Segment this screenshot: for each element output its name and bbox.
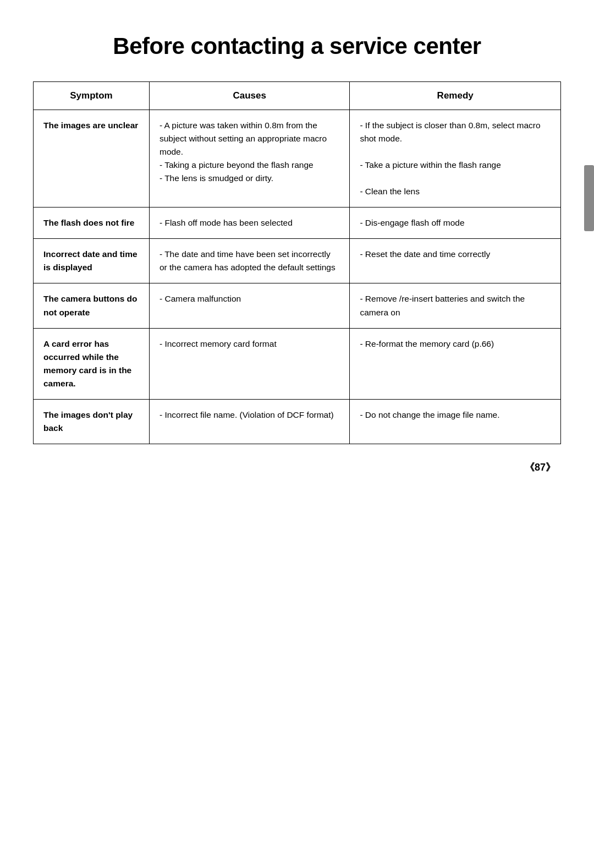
cell-remedy: - Remove /re-insert batteries and switch… xyxy=(350,283,561,328)
page-title: Before contacting a service center xyxy=(33,33,561,59)
cell-symptom: Incorrect date and time is displayed xyxy=(34,239,150,283)
page-number: 《87》 xyxy=(33,461,561,474)
cell-remedy: - If the subject is closer than 0.8m, se… xyxy=(350,110,561,208)
cell-causes: - Incorrect memory card format xyxy=(149,328,349,399)
table-row: The images don't play back- Incorrect fi… xyxy=(34,399,561,444)
table-row: Incorrect date and time is displayed- Th… xyxy=(34,239,561,283)
table-row: The images are unclear- A picture was ta… xyxy=(34,110,561,208)
cell-symptom: The camera buttons do not operate xyxy=(34,283,150,328)
cell-remedy: - Do not change the image file name. xyxy=(350,399,561,444)
cell-symptom: The flash does not fire xyxy=(34,208,150,239)
header-remedy: Remedy xyxy=(350,82,561,110)
table-row: The camera buttons do not operate- Camer… xyxy=(34,283,561,328)
cell-symptom: The images are unclear xyxy=(34,110,150,208)
table-header-row: Symptom Causes Remedy xyxy=(34,82,561,110)
table-row: The flash does not fire- Flash off mode … xyxy=(34,208,561,239)
cell-symptom: A card error has occurred while the memo… xyxy=(34,328,150,399)
cell-symptom: The images don't play back xyxy=(34,399,150,444)
cell-causes: - Incorrect file name. (Violation of DCF… xyxy=(149,399,349,444)
cell-causes: - Flash off mode has been selected xyxy=(149,208,349,239)
table-row: A card error has occurred while the memo… xyxy=(34,328,561,399)
cell-remedy: - Reset the date and time correctly xyxy=(350,239,561,283)
service-table: Symptom Causes Remedy The images are unc… xyxy=(33,81,561,444)
cell-causes: - The date and time have been set incorr… xyxy=(149,239,349,283)
cell-remedy: - Re-format the memory card (p.66) xyxy=(350,328,561,399)
cell-causes: - Camera malfunction xyxy=(149,283,349,328)
header-symptom: Symptom xyxy=(34,82,150,110)
cell-causes: - A picture was taken within 0.8m from t… xyxy=(149,110,349,208)
cell-remedy: - Dis-engage flash off mode xyxy=(350,208,561,239)
scrollbar-thumb[interactable] xyxy=(584,165,594,231)
header-causes: Causes xyxy=(149,82,349,110)
